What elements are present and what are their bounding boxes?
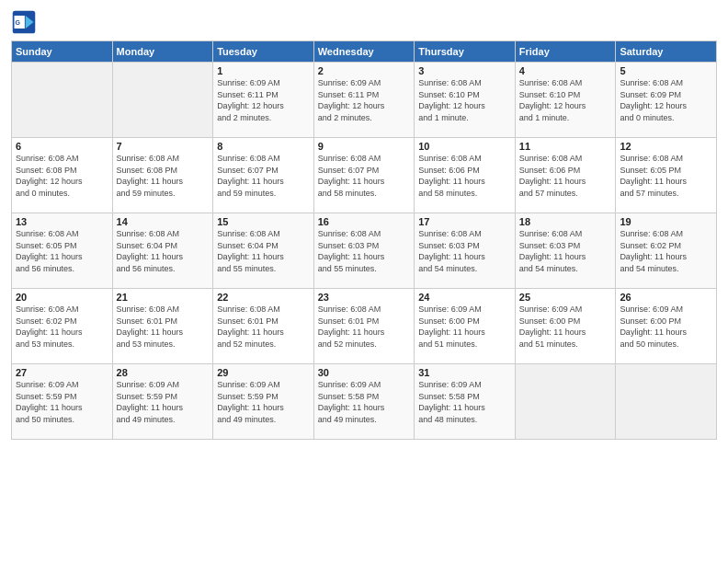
- day-info: Sunrise: 6:08 AM Sunset: 6:02 PM Dayligh…: [16, 304, 108, 350]
- day-cell: 2Sunrise: 6:09 AM Sunset: 6:11 PM Daylig…: [313, 63, 415, 138]
- day-cell: 17Sunrise: 6:08 AM Sunset: 6:03 PM Dayli…: [415, 213, 516, 289]
- column-header-tuesday: Tuesday: [213, 41, 314, 63]
- day-cell: [112, 63, 213, 138]
- day-number: 22: [217, 292, 310, 303]
- day-info: Sunrise: 6:08 AM Sunset: 6:08 PM Dayligh…: [117, 153, 210, 199]
- day-number: 16: [318, 216, 411, 227]
- column-header-saturday: Saturday: [616, 41, 717, 63]
- day-cell: 28Sunrise: 6:09 AM Sunset: 5:59 PM Dayli…: [112, 364, 213, 440]
- day-cell: 22Sunrise: 6:08 AM Sunset: 6:01 PM Dayli…: [213, 289, 314, 364]
- day-cell: 8Sunrise: 6:08 AM Sunset: 6:07 PM Daylig…: [213, 138, 314, 213]
- day-info: Sunrise: 6:09 AM Sunset: 5:59 PM Dayligh…: [16, 379, 108, 425]
- day-number: 1: [217, 65, 310, 76]
- day-cell: 10Sunrise: 6:08 AM Sunset: 6:06 PM Dayli…: [415, 138, 516, 213]
- day-number: 17: [418, 216, 511, 227]
- day-number: 6: [16, 141, 108, 152]
- day-number: 30: [318, 367, 411, 378]
- day-cell: 26Sunrise: 6:09 AM Sunset: 6:00 PM Dayli…: [616, 289, 717, 364]
- day-cell: 14Sunrise: 6:08 AM Sunset: 6:04 PM Dayli…: [112, 213, 213, 289]
- day-number: 12: [620, 141, 712, 152]
- day-info: Sunrise: 6:08 AM Sunset: 6:06 PM Dayligh…: [519, 153, 612, 199]
- day-number: 24: [418, 292, 511, 303]
- day-cell: 9Sunrise: 6:08 AM Sunset: 6:07 PM Daylig…: [313, 138, 415, 213]
- day-info: Sunrise: 6:08 AM Sunset: 6:03 PM Dayligh…: [318, 228, 411, 274]
- day-number: 13: [16, 216, 108, 227]
- day-number: 20: [16, 292, 108, 303]
- day-cell: 24Sunrise: 6:09 AM Sunset: 6:00 PM Dayli…: [415, 289, 516, 364]
- day-number: 21: [117, 292, 210, 303]
- day-number: 2: [318, 65, 411, 76]
- logo: G: [11, 9, 40, 35]
- day-info: Sunrise: 6:08 AM Sunset: 6:08 PM Dayligh…: [16, 153, 108, 199]
- header: G: [11, 9, 717, 35]
- day-cell: 20Sunrise: 6:08 AM Sunset: 6:02 PM Dayli…: [12, 289, 113, 364]
- day-info: Sunrise: 6:08 AM Sunset: 6:10 PM Dayligh…: [418, 77, 511, 123]
- svg-text:G: G: [15, 19, 20, 26]
- day-info: Sunrise: 6:08 AM Sunset: 6:01 PM Dayligh…: [117, 304, 210, 350]
- day-number: 23: [318, 292, 411, 303]
- day-info: Sunrise: 6:09 AM Sunset: 5:58 PM Dayligh…: [418, 379, 511, 425]
- day-cell: 3Sunrise: 6:08 AM Sunset: 6:10 PM Daylig…: [415, 63, 516, 138]
- column-header-wednesday: Wednesday: [313, 41, 415, 63]
- page-container: G SundayMondayTuesdayWednesdayThursdayFr…: [0, 0, 728, 449]
- day-number: 11: [519, 141, 612, 152]
- header-row: SundayMondayTuesdayWednesdayThursdayFrid…: [12, 41, 717, 63]
- day-info: Sunrise: 6:09 AM Sunset: 6:00 PM Dayligh…: [620, 304, 712, 350]
- day-cell: 25Sunrise: 6:09 AM Sunset: 6:00 PM Dayli…: [515, 289, 616, 364]
- day-number: 27: [16, 367, 108, 378]
- day-info: Sunrise: 6:08 AM Sunset: 6:10 PM Dayligh…: [519, 77, 612, 123]
- day-info: Sunrise: 6:08 AM Sunset: 6:05 PM Dayligh…: [620, 153, 712, 199]
- column-header-monday: Monday: [112, 41, 213, 63]
- day-info: Sunrise: 6:08 AM Sunset: 6:09 PM Dayligh…: [620, 77, 712, 123]
- day-info: Sunrise: 6:09 AM Sunset: 5:59 PM Dayligh…: [117, 379, 210, 425]
- day-info: Sunrise: 6:08 AM Sunset: 6:07 PM Dayligh…: [318, 153, 411, 199]
- day-number: 10: [418, 141, 511, 152]
- day-number: 8: [217, 141, 310, 152]
- day-info: Sunrise: 6:09 AM Sunset: 5:58 PM Dayligh…: [318, 379, 411, 425]
- day-cell: 7Sunrise: 6:08 AM Sunset: 6:08 PM Daylig…: [112, 138, 213, 213]
- day-info: Sunrise: 6:08 AM Sunset: 6:07 PM Dayligh…: [217, 153, 310, 199]
- day-info: Sunrise: 6:08 AM Sunset: 6:02 PM Dayligh…: [620, 228, 712, 274]
- day-info: Sunrise: 6:09 AM Sunset: 6:00 PM Dayligh…: [519, 304, 612, 350]
- day-number: 28: [117, 367, 210, 378]
- day-number: 18: [519, 216, 612, 227]
- day-number: 14: [117, 216, 210, 227]
- day-cell: [616, 364, 717, 440]
- day-cell: 13Sunrise: 6:08 AM Sunset: 6:05 PM Dayli…: [12, 213, 113, 289]
- column-header-thursday: Thursday: [415, 41, 516, 63]
- day-cell: [12, 63, 113, 138]
- day-info: Sunrise: 6:08 AM Sunset: 6:03 PM Dayligh…: [519, 228, 612, 274]
- day-number: 31: [418, 367, 511, 378]
- day-number: 19: [620, 216, 712, 227]
- day-number: 29: [217, 367, 310, 378]
- day-cell: 16Sunrise: 6:08 AM Sunset: 6:03 PM Dayli…: [313, 213, 415, 289]
- day-info: Sunrise: 6:08 AM Sunset: 6:04 PM Dayligh…: [117, 228, 210, 274]
- column-header-friday: Friday: [515, 41, 616, 63]
- day-cell: 27Sunrise: 6:09 AM Sunset: 5:59 PM Dayli…: [12, 364, 113, 440]
- week-row-4: 20Sunrise: 6:08 AM Sunset: 6:02 PM Dayli…: [12, 289, 717, 364]
- week-row-3: 13Sunrise: 6:08 AM Sunset: 6:05 PM Dayli…: [12, 213, 717, 289]
- day-cell: 31Sunrise: 6:09 AM Sunset: 5:58 PM Dayli…: [415, 364, 516, 440]
- day-info: Sunrise: 6:08 AM Sunset: 6:03 PM Dayligh…: [418, 228, 511, 274]
- day-cell: 18Sunrise: 6:08 AM Sunset: 6:03 PM Dayli…: [515, 213, 616, 289]
- day-cell: 19Sunrise: 6:08 AM Sunset: 6:02 PM Dayli…: [616, 213, 717, 289]
- day-cell: 4Sunrise: 6:08 AM Sunset: 6:10 PM Daylig…: [515, 63, 616, 138]
- day-info: Sunrise: 6:08 AM Sunset: 6:01 PM Dayligh…: [318, 304, 411, 350]
- day-info: Sunrise: 6:09 AM Sunset: 6:11 PM Dayligh…: [217, 77, 310, 123]
- week-row-2: 6Sunrise: 6:08 AM Sunset: 6:08 PM Daylig…: [12, 138, 717, 213]
- day-cell: 15Sunrise: 6:08 AM Sunset: 6:04 PM Dayli…: [213, 213, 314, 289]
- week-row-5: 27Sunrise: 6:09 AM Sunset: 5:59 PM Dayli…: [12, 364, 717, 440]
- day-info: Sunrise: 6:09 AM Sunset: 5:59 PM Dayligh…: [217, 379, 310, 425]
- day-info: Sunrise: 6:08 AM Sunset: 6:01 PM Dayligh…: [217, 304, 310, 350]
- day-info: Sunrise: 6:08 AM Sunset: 6:04 PM Dayligh…: [217, 228, 310, 274]
- day-info: Sunrise: 6:08 AM Sunset: 6:06 PM Dayligh…: [418, 153, 511, 199]
- day-info: Sunrise: 6:09 AM Sunset: 6:00 PM Dayligh…: [418, 304, 511, 350]
- week-row-1: 1Sunrise: 6:09 AM Sunset: 6:11 PM Daylig…: [12, 63, 717, 138]
- column-header-sunday: Sunday: [12, 41, 113, 63]
- day-number: 15: [217, 216, 310, 227]
- logo-icon: G: [11, 9, 37, 35]
- day-number: 26: [620, 292, 712, 303]
- day-number: 25: [519, 292, 612, 303]
- day-cell: 11Sunrise: 6:08 AM Sunset: 6:06 PM Dayli…: [515, 138, 616, 213]
- day-info: Sunrise: 6:08 AM Sunset: 6:05 PM Dayligh…: [16, 228, 108, 274]
